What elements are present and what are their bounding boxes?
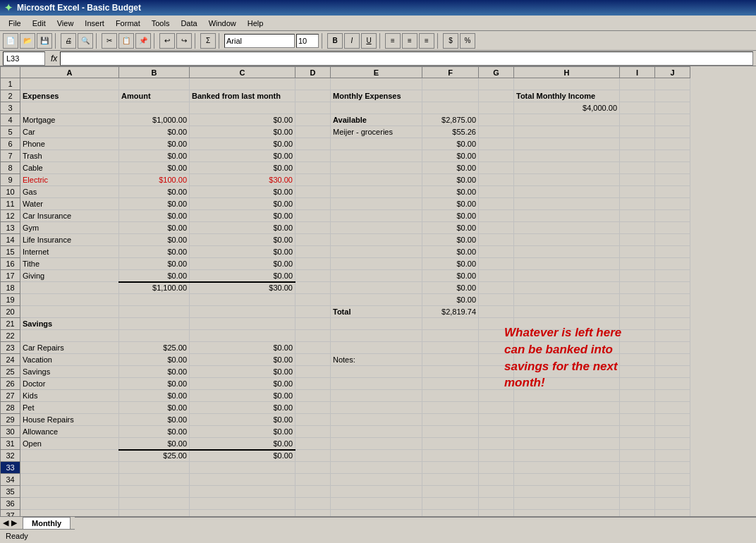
cell-F24[interactable] [422, 354, 479, 366]
cell-A11[interactable]: Water [20, 198, 119, 210]
cell-B19[interactable] [119, 294, 190, 306]
cell-D12[interactable] [295, 210, 331, 222]
row-header-28[interactable]: 28 [1, 402, 20, 414]
row-header-15[interactable]: 15 [1, 246, 20, 258]
col-header-C[interactable]: C [190, 67, 295, 78]
copy-btn[interactable]: 📋 [118, 33, 134, 49]
row-header-32[interactable]: 32 [1, 450, 20, 462]
cell-G25[interactable] [479, 366, 514, 378]
cell-D30[interactable] [295, 426, 331, 438]
cell-B36[interactable] [119, 498, 190, 510]
row-header-14[interactable]: 14 [1, 234, 20, 246]
cell-A29[interactable]: House Repairs [20, 414, 119, 426]
cell-B18[interactable]: $1,100.00 [119, 282, 190, 294]
cell-I15[interactable] [620, 246, 655, 258]
cell-G21[interactable] [479, 318, 514, 330]
row-header-6[interactable]: 6 [1, 138, 20, 150]
cell-H20[interactable] [514, 306, 620, 318]
cell-B6[interactable]: $0.00 [119, 138, 190, 150]
cell-D26[interactable] [295, 378, 331, 390]
cell-E6[interactable] [331, 138, 422, 150]
cell-B25[interactable]: $0.00 [119, 366, 190, 378]
cell-G2[interactable] [479, 90, 514, 102]
cell-I24[interactable] [620, 354, 655, 366]
cell-F25[interactable] [422, 366, 479, 378]
cell-E18[interactable] [331, 282, 422, 294]
cell-D34[interactable] [295, 474, 331, 486]
cell-D33[interactable] [295, 462, 331, 474]
cell-E29[interactable] [331, 414, 422, 426]
cell-G18[interactable] [479, 282, 514, 294]
cell-F22[interactable] [422, 330, 479, 342]
cell-H16[interactable] [514, 258, 620, 270]
formula-input[interactable] [60, 51, 753, 66]
cell-E21[interactable] [331, 318, 422, 330]
cell-D10[interactable] [295, 186, 331, 198]
col-header-J[interactable]: J [655, 67, 690, 78]
cell-E15[interactable] [331, 246, 422, 258]
cell-E3[interactable] [331, 102, 422, 114]
cell-H32[interactable] [514, 450, 620, 462]
cell-I19[interactable] [620, 294, 655, 306]
cell-E36[interactable] [331, 498, 422, 510]
row-header-30[interactable]: 30 [1, 426, 20, 438]
cell-B4[interactable]: $1,000.00 [119, 114, 190, 126]
cell-C26[interactable]: $0.00 [190, 378, 295, 390]
row-header-16[interactable]: 16 [1, 258, 20, 270]
cell-H24[interactable] [514, 354, 620, 366]
cell-F36[interactable] [422, 498, 479, 510]
cell-G33[interactable] [479, 462, 514, 474]
cell-G31[interactable] [479, 438, 514, 450]
cell-I18[interactable] [620, 282, 655, 294]
cell-D23[interactable] [295, 342, 331, 354]
cell-E11[interactable] [331, 198, 422, 210]
cell-A27[interactable]: Kids [20, 390, 119, 402]
cell-J4[interactable] [655, 114, 690, 126]
cell-F9[interactable]: $0.00 [422, 174, 479, 186]
cell-G29[interactable] [479, 414, 514, 426]
cell-C4[interactable]: $0.00 [190, 114, 295, 126]
cell-G27[interactable] [479, 390, 514, 402]
cell-J14[interactable] [655, 234, 690, 246]
cell-E35[interactable] [331, 486, 422, 498]
cell-H28[interactable] [514, 402, 620, 414]
cell-J21[interactable] [655, 318, 690, 330]
cell-G20[interactable] [479, 306, 514, 318]
cell-D15[interactable] [295, 246, 331, 258]
cell-A9[interactable]: Electric [20, 174, 119, 186]
cell-A10[interactable]: Gas [20, 186, 119, 198]
cell-I27[interactable] [620, 390, 655, 402]
cell-F31[interactable] [422, 438, 479, 450]
cell-H31[interactable] [514, 438, 620, 450]
cell-D24[interactable] [295, 354, 331, 366]
row-header-18[interactable]: 18 [1, 282, 20, 294]
cell-I14[interactable] [620, 234, 655, 246]
cell-B3[interactable] [119, 102, 190, 114]
cell-F26[interactable] [422, 378, 479, 390]
cell-F12[interactable]: $0.00 [422, 210, 479, 222]
cell-C6[interactable]: $0.00 [190, 138, 295, 150]
cell-D28[interactable] [295, 402, 331, 414]
row-header-22[interactable]: 22 [1, 330, 20, 342]
cell-C13[interactable]: $0.00 [190, 222, 295, 234]
cell-F17[interactable]: $0.00 [422, 270, 479, 282]
cell-G28[interactable] [479, 402, 514, 414]
cell-A13[interactable]: Gym [20, 222, 119, 234]
cell-E31[interactable] [331, 438, 422, 450]
cell-B30[interactable]: $0.00 [119, 426, 190, 438]
cell-J22[interactable] [655, 330, 690, 342]
row-header-4[interactable]: 4 [1, 114, 20, 126]
cell-G10[interactable] [479, 186, 514, 198]
font-name-input[interactable] [224, 34, 295, 48]
cell-F6[interactable]: $0.00 [422, 138, 479, 150]
cell-D14[interactable] [295, 234, 331, 246]
cell-A15[interactable]: Internet [20, 246, 119, 258]
underline-btn[interactable]: U [361, 33, 377, 49]
cell-I10[interactable] [620, 186, 655, 198]
cell-C27[interactable]: $0.00 [190, 390, 295, 402]
cell-A7[interactable]: Trash [20, 150, 119, 162]
cell-H36[interactable] [514, 498, 620, 510]
cell-A25[interactable]: Savings [20, 366, 119, 378]
cell-B7[interactable]: $0.00 [119, 150, 190, 162]
cell-F3[interactable] [422, 102, 479, 114]
